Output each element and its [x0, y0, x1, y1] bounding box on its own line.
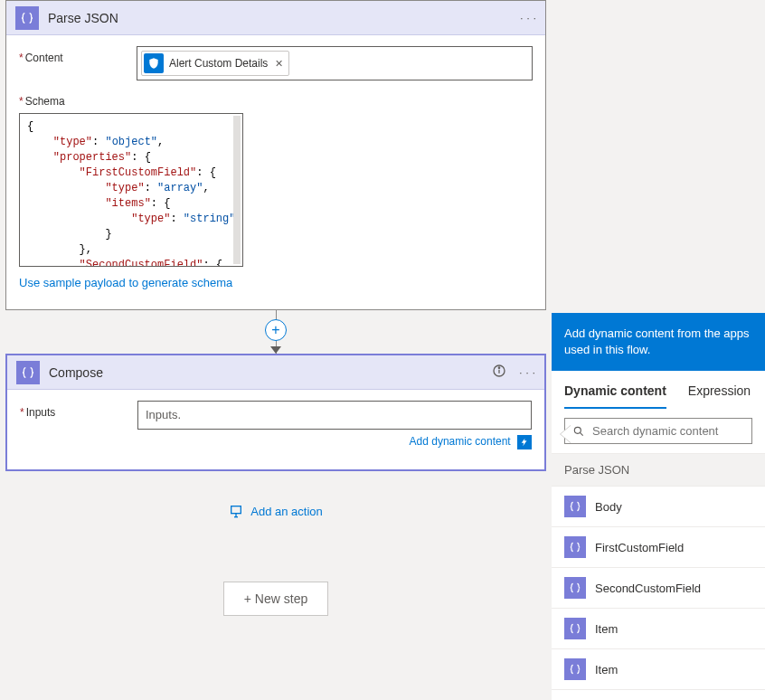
- add-step-icon: [229, 504, 243, 518]
- dc-item-label: Body: [595, 500, 622, 514]
- panel-tabs: Dynamic content Expression: [552, 371, 765, 409]
- add-dynamic-content-link[interactable]: Add dynamic content: [410, 435, 511, 448]
- code-braces-icon: [564, 536, 586, 558]
- dc-item-label: SecondCustomField: [595, 582, 701, 595]
- parse-json-body: *Content Alert Custom Details ✕ *Sche: [6, 35, 545, 309]
- add-action-row: Add an action: [0, 504, 552, 518]
- content-input[interactable]: Alert Custom Details ✕: [137, 46, 533, 80]
- dc-item-label: Item: [595, 663, 618, 676]
- inputs-label: *Inputs: [20, 401, 137, 419]
- code-braces-icon: [564, 658, 586, 680]
- tab-dynamic-content[interactable]: Dynamic content: [564, 383, 666, 409]
- add-action-button[interactable]: Add an action: [229, 504, 323, 518]
- arrow-down-icon: [270, 346, 281, 354]
- code-braces-icon: [564, 618, 586, 639]
- dc-item-label: Item: [595, 622, 618, 636]
- inputs-field[interactable]: Inputs.: [137, 401, 532, 430]
- svg-rect-3: [231, 506, 241, 514]
- schema-textarea[interactable]: { "type": "object", "properties": { "Fir…: [19, 113, 243, 267]
- code-braces-icon: [15, 6, 39, 30]
- dynamic-content-panel: Add dynamic content from the apps used i…: [552, 313, 765, 700]
- code-braces-icon: [564, 496, 586, 517]
- dc-item-label: FirstCustomField: [595, 541, 684, 554]
- code-braces-icon: [16, 361, 40, 384]
- dc-item-item[interactable]: Item: [552, 649, 765, 690]
- compose-body: *Inputs Inputs. Add dynamic content: [7, 390, 544, 469]
- parse-json-title: Parse JSON: [48, 11, 520, 25]
- compose-card: Compose · · · *Inputs Inputs. Add dynami…: [5, 354, 546, 471]
- schema-label: *Schema: [19, 90, 65, 108]
- new-step-button[interactable]: + New step: [223, 582, 328, 616]
- ellipsis-icon[interactable]: · · ·: [520, 11, 536, 24]
- panel-banner: Add dynamic content from the apps used i…: [552, 313, 765, 371]
- svg-point-2: [498, 367, 499, 368]
- panel-pointer: [561, 425, 571, 443]
- use-sample-payload-link[interactable]: Use sample payload to generate schema: [19, 276, 232, 289]
- parse-json-card: Parse JSON · · · *Content Alert Custom D…: [5, 0, 546, 310]
- content-label: *Content: [19, 46, 137, 64]
- compose-title: Compose: [49, 365, 492, 380]
- connector: +: [0, 310, 552, 354]
- ellipsis-icon[interactable]: · · ·: [519, 365, 535, 379]
- svg-line-7: [580, 432, 583, 436]
- dc-item-firstcustomfield[interactable]: FirstCustomField: [552, 527, 765, 568]
- lightning-icon[interactable]: [517, 435, 532, 449]
- search-icon: [572, 425, 585, 438]
- group-header-parse-json: Parse JSON: [552, 453, 765, 487]
- info-icon[interactable]: [492, 364, 506, 381]
- compose-header[interactable]: Compose · · ·: [7, 355, 544, 390]
- dc-item-body[interactable]: Body: [552, 487, 765, 527]
- dc-item-secondcustomfield[interactable]: SecondCustomField: [552, 568, 765, 609]
- token-alert-custom-details[interactable]: Alert Custom Details ✕: [141, 51, 289, 76]
- code-braces-icon: [564, 577, 586, 599]
- dc-item-item[interactable]: Item: [552, 609, 765, 649]
- parse-json-header[interactable]: Parse JSON · · ·: [6, 1, 545, 35]
- token-remove-icon[interactable]: ✕: [275, 58, 283, 70]
- tab-expression[interactable]: Expression: [688, 383, 751, 409]
- insert-step-button[interactable]: +: [265, 319, 287, 341]
- search-input[interactable]: [592, 424, 744, 438]
- shield-icon: [144, 53, 164, 73]
- search-dynamic-content[interactable]: [564, 418, 752, 444]
